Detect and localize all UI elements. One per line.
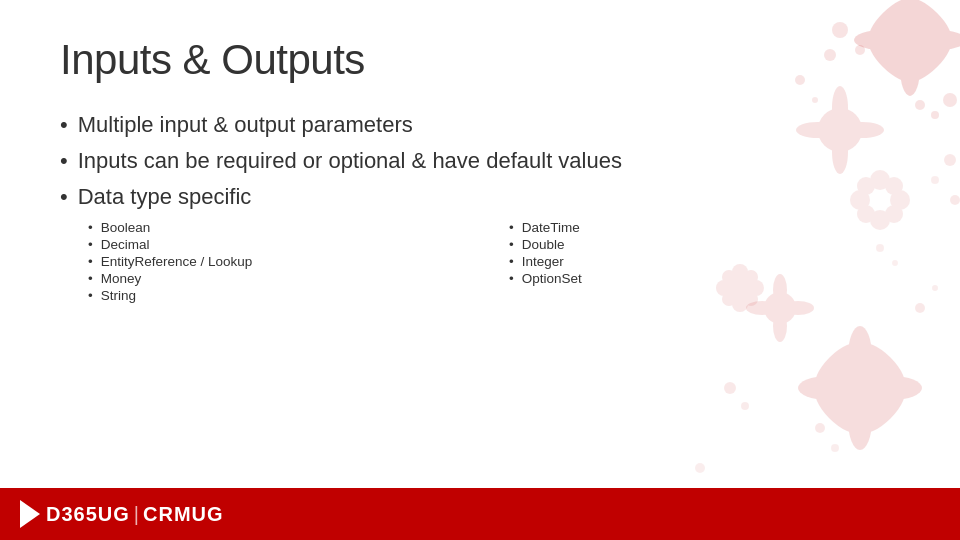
sub-bullet-text-3: Double — [522, 237, 565, 252]
logo-separator: | — [134, 503, 139, 526]
sub-bullet-text-7: OptionSet — [522, 271, 582, 286]
sub-bullet-text-5: Integer — [522, 254, 564, 269]
sub-bullet-item-4: EntityReference / Lookup — [88, 254, 479, 269]
sub-bullet-text-8: String — [101, 288, 136, 303]
sub-bullet-item-5: Integer — [509, 254, 900, 269]
svg-point-65 — [695, 463, 705, 473]
sub-bullet-text-6: Money — [101, 271, 142, 286]
sub-bullet-text-2: Decimal — [101, 237, 150, 252]
sub-bullet-item-3: Double — [509, 237, 900, 252]
bullet-item-1: Multiple input & output parameters — [60, 112, 900, 138]
logo-text-d365: D365UG — [46, 503, 130, 526]
sub-bullet-text-4: EntityReference / Lookup — [101, 254, 253, 269]
bullet-text-3: Data type specific — [78, 184, 252, 210]
bullet-item-2: Inputs can be required or optional & hav… — [60, 148, 900, 174]
sub-bullet-item-6: Money — [88, 271, 479, 286]
sub-bullet-text-0: Boolean — [101, 220, 151, 235]
logo-triangle-icon — [20, 500, 40, 528]
bullet-item-3: Data type specific — [60, 184, 900, 210]
svg-point-49 — [741, 402, 749, 410]
sub-bullet-item-8: String — [88, 288, 479, 303]
sub-bullet-text-1: DateTime — [522, 220, 580, 235]
logo-area: D365UG | CRMUG — [20, 500, 224, 528]
svg-point-53 — [831, 444, 839, 452]
slide-content: Inputs & Outputs Multiple input & output… — [0, 0, 960, 323]
svg-point-48 — [724, 382, 736, 394]
sub-bullet-item-7: OptionSet — [509, 271, 900, 286]
slide: Inputs & Outputs Multiple input & output… — [0, 0, 960, 540]
bullet-text-2: Inputs can be required or optional & hav… — [78, 148, 622, 174]
sub-bullet-item-2: Decimal — [88, 237, 479, 252]
bottom-bar: D365UG | CRMUG — [0, 488, 960, 540]
slide-title: Inputs & Outputs — [60, 36, 900, 84]
logo-text-crmug: CRMUG — [143, 503, 224, 526]
main-bullet-list: Multiple input & output parameters Input… — [60, 112, 900, 210]
sub-bullet-item-1: DateTime — [509, 220, 900, 235]
sub-bullet-item-0: Boolean — [88, 220, 479, 235]
bullet-text-1: Multiple input & output parameters — [78, 112, 413, 138]
sub-bullet-list: BooleanDateTimeDecimalDoubleEntityRefere… — [88, 220, 900, 303]
svg-point-52 — [815, 423, 825, 433]
